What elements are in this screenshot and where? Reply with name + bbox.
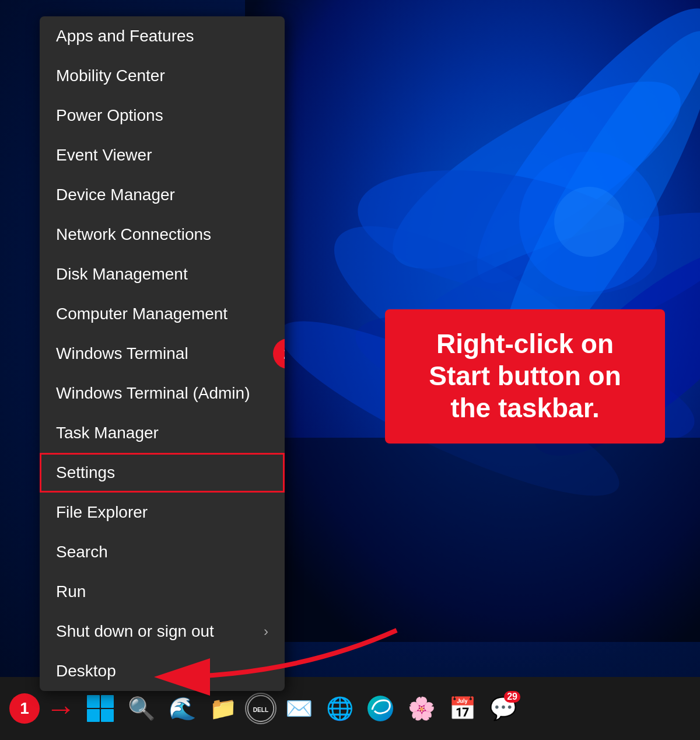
taskbar-calendar-icon[interactable]: 📅 bbox=[443, 690, 481, 727]
taskbar-mail-icon[interactable]: ✉️ bbox=[280, 690, 317, 727]
step1-badge: 1 bbox=[9, 693, 40, 724]
menu-item-label-power-options: Power Options bbox=[56, 106, 163, 125]
menu-item-search[interactable]: Search bbox=[40, 532, 285, 572]
menu-item-label-shut-down: Shut down or sign out bbox=[56, 622, 214, 641]
svg-point-2 bbox=[447, 0, 700, 310]
menu-item-label-windows-terminal-admin: Windows Terminal (Admin) bbox=[56, 384, 250, 403]
menu-item-label-settings: Settings bbox=[56, 463, 115, 482]
menu-item-computer-management[interactable]: Computer Management bbox=[40, 294, 285, 334]
taskbar-huawei-icon[interactable]: 🌸 bbox=[402, 690, 440, 727]
annotation-text: Right-click on Start button on the taskb… bbox=[406, 328, 644, 425]
menu-item-apps-features[interactable]: Apps and Features bbox=[40, 16, 285, 56]
menu-item-label-event-viewer: Event Viewer bbox=[56, 146, 152, 165]
svg-rect-17 bbox=[101, 709, 114, 722]
menu-item-label-apps-features: Apps and Features bbox=[56, 27, 194, 46]
menu-item-mobility-center[interactable]: Mobility Center bbox=[40, 56, 285, 96]
menu-item-label-desktop: Desktop bbox=[56, 662, 116, 680]
context-menu: Apps and FeaturesMobility CenterPower Op… bbox=[40, 16, 285, 691]
menu-item-shut-down[interactable]: Shut down or sign out› bbox=[40, 612, 285, 651]
menu-item-desktop[interactable]: Desktop bbox=[40, 651, 285, 691]
menu-item-label-search: Search bbox=[56, 543, 108, 561]
taskbar-whatsapp-icon[interactable]: 💬 29 bbox=[484, 690, 522, 727]
menu-item-label-device-manager: Device Manager bbox=[56, 186, 175, 204]
menu-item-label-windows-terminal: Windows Terminal bbox=[56, 344, 188, 363]
menu-item-label-network-connections: Network Connections bbox=[56, 225, 211, 244]
menu-item-label-disk-management: Disk Management bbox=[56, 265, 188, 284]
menu-item-run[interactable]: Run bbox=[40, 572, 285, 612]
svg-point-10 bbox=[519, 152, 659, 292]
taskbar-files-icon[interactable]: 📁 bbox=[204, 690, 242, 727]
whatsapp-badge: 29 bbox=[504, 691, 520, 703]
menu-item-windows-terminal-admin[interactable]: Windows Terminal (Admin) bbox=[40, 374, 285, 413]
taskbar-chrome-icon[interactable]: 🌐 bbox=[321, 690, 358, 727]
menu-item-file-explorer[interactable]: File Explorer bbox=[40, 493, 285, 532]
taskbar-dell-icon[interactable]: DELL bbox=[245, 693, 276, 724]
svg-text:DELL: DELL bbox=[253, 707, 269, 713]
svg-point-3 bbox=[348, 149, 667, 317]
menu-item-disk-management[interactable]: Disk Management bbox=[40, 254, 285, 294]
annotation-box: Right-click on Start button on the taskb… bbox=[385, 309, 665, 444]
svg-point-11 bbox=[554, 187, 624, 257]
menu-item-label-mobility-center: Mobility Center bbox=[56, 67, 165, 85]
svg-rect-15 bbox=[101, 695, 114, 708]
svg-rect-16 bbox=[87, 709, 100, 722]
taskbar-edge2-icon[interactable] bbox=[362, 690, 399, 727]
menu-item-network-connections[interactable]: Network Connections bbox=[40, 215, 285, 254]
menu-item-label-run: Run bbox=[56, 582, 86, 601]
menu-item-label-computer-management: Computer Management bbox=[56, 305, 228, 323]
menu-item-arrow-shut-down: › bbox=[264, 623, 268, 640]
menu-item-windows-terminal[interactable]: Windows Terminal bbox=[40, 334, 285, 374]
svg-point-1 bbox=[369, 48, 700, 302]
svg-rect-12 bbox=[245, 438, 700, 642]
desktop: Apps and FeaturesMobility CenterPower Op… bbox=[0, 0, 700, 740]
menu-item-label-file-explorer: File Explorer bbox=[56, 503, 148, 522]
menu-item-device-manager[interactable]: Device Manager bbox=[40, 175, 285, 215]
menu-item-task-manager[interactable]: Task Manager bbox=[40, 413, 285, 453]
menu-item-power-options[interactable]: Power Options bbox=[40, 96, 285, 135]
taskbar-search-icon[interactable]: 🔍 bbox=[123, 690, 160, 727]
menu-item-label-task-manager: Task Manager bbox=[56, 424, 159, 442]
svg-rect-14 bbox=[87, 695, 100, 708]
taskbar-step-arrow: → bbox=[46, 693, 76, 724]
start-button[interactable] bbox=[82, 690, 119, 727]
menu-item-settings[interactable]: Settings bbox=[40, 453, 285, 493]
taskbar-edge-icon[interactable]: 🌊 bbox=[163, 690, 201, 727]
menu-item-event-viewer[interactable]: Event Viewer bbox=[40, 135, 285, 175]
